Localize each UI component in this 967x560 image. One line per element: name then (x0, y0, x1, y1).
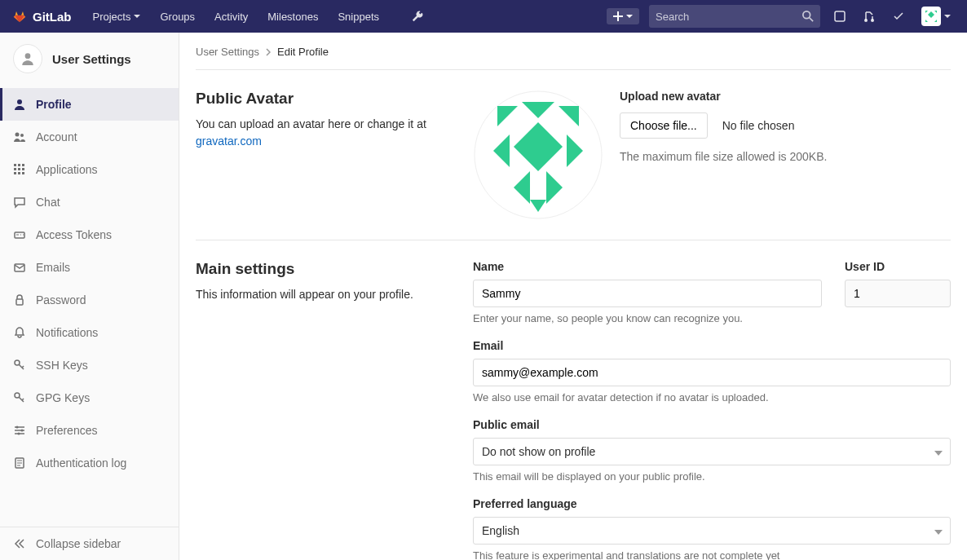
sidebar-header: User Settings (0, 33, 179, 85)
sidebar-title: User Settings (52, 52, 131, 66)
sidebar-item-label: Password (36, 293, 86, 306)
key-icon (13, 391, 26, 404)
breadcrumb: User Settings Edit Profile (196, 46, 951, 70)
avatar-actions: Upload new avatar Choose file... No file… (620, 90, 951, 163)
nav-admin[interactable] (404, 6, 431, 27)
main-settings-right: Name Enter your name, so people you know… (473, 260, 951, 560)
public-email-form-group: Public email Do not show on profile This… (473, 418, 951, 483)
sidebar-footer: Collapse sidebar (0, 527, 179, 560)
svg-rect-24 (16, 299, 23, 305)
userid-form-group: User ID (845, 260, 951, 324)
nav-projects[interactable]: Projects (85, 6, 149, 28)
sidebar-item-access-tokens[interactable]: Access Tokens (0, 218, 179, 251)
chevron-down-icon (944, 13, 951, 20)
sidebar-item-preferences[interactable]: Preferences (0, 414, 179, 447)
svg-point-9 (25, 53, 31, 59)
avatar-section: Public Avatar You can upload an avatar h… (196, 70, 951, 240)
lock-icon (13, 293, 26, 306)
svg-rect-16 (14, 168, 16, 170)
email-icon (13, 261, 26, 274)
public-email-select[interactable]: Do not show on profile (473, 438, 951, 465)
top-header: GitLab Projects Groups Activity Mileston… (0, 0, 967, 33)
main-settings-desc: This information will appear on your pro… (196, 286, 440, 303)
breadcrumb-root[interactable]: User Settings (196, 46, 259, 58)
svg-rect-20 (18, 172, 20, 174)
nav-milestones[interactable]: Milestones (259, 6, 326, 28)
email-label: Email (473, 339, 951, 352)
userid-input (845, 280, 951, 307)
main-settings-left: Main settings This information will appe… (196, 260, 440, 560)
brand-name: GitLab (33, 10, 72, 24)
sidebar-item-label: Chat (36, 196, 60, 209)
chat-icon (13, 196, 26, 209)
svg-rect-21 (22, 172, 24, 174)
sidebar-item-label: Applications (36, 163, 98, 176)
avatar-section-desc: You can upload an avatar here or change … (196, 116, 440, 150)
svg-marker-4 (928, 11, 934, 18)
name-input[interactable] (473, 280, 822, 307)
nav-groups[interactable]: Groups (152, 6, 203, 28)
public-email-hint: This email will be displayed on your pub… (473, 470, 951, 483)
name-label: Name (473, 260, 822, 273)
create-new-button[interactable] (607, 8, 639, 24)
issues-icon[interactable] (830, 7, 850, 26)
sidebar-item-chat[interactable]: Chat (0, 186, 179, 218)
search-wrap (649, 5, 820, 28)
sidebar-item-notifications[interactable]: Notifications (0, 316, 179, 349)
svg-point-0 (803, 11, 810, 19)
max-size-hint: The maximum file size allowed is 200KB. (620, 150, 951, 163)
sidebar-item-label: Access Tokens (36, 228, 112, 241)
sidebar-item-emails[interactable]: Emails (0, 251, 179, 284)
gitlab-logo-icon (13, 10, 26, 23)
lang-hint: This feature is experimental and transla… (473, 549, 951, 560)
sidebar-item-auth-log[interactable]: Authentication log (0, 447, 179, 479)
merge-requests-icon[interactable] (859, 7, 879, 26)
collapse-sidebar-button[interactable]: Collapse sidebar (0, 527, 179, 560)
key-icon (13, 359, 26, 372)
token-icon (13, 228, 26, 241)
sidebar-item-ssh-keys[interactable]: SSH Keys (0, 349, 179, 381)
name-hint: Enter your name, so people you know can … (473, 312, 822, 324)
sidebar-item-applications[interactable]: Applications (0, 153, 179, 186)
svg-rect-13 (14, 164, 16, 166)
sidebar-item-profile[interactable]: Profile (0, 88, 179, 121)
svg-point-28 (21, 430, 24, 432)
choose-file-button[interactable]: Choose file... (620, 112, 708, 139)
wrench-icon (412, 11, 423, 22)
logo-section[interactable]: GitLab (13, 10, 72, 24)
nav-activity[interactable]: Activity (206, 6, 256, 28)
avatar-section-title: Public Avatar (196, 90, 440, 108)
email-hint: We also use email for avatar detection i… (473, 391, 951, 403)
nav-links: Projects Groups Activity Milestones Snip… (85, 6, 432, 28)
lang-label: Preferred language (473, 497, 951, 510)
sidebar-item-label: Account (36, 130, 77, 143)
lang-select[interactable]: English (473, 517, 951, 545)
sidebar-nav: Profile Account Applications Chat Access… (0, 85, 179, 527)
apps-icon (13, 163, 26, 176)
gravatar-link[interactable]: gravatar.com (196, 134, 262, 148)
svg-rect-1 (835, 11, 845, 21)
prefs-icon (13, 424, 26, 437)
main-content: User Settings Edit Profile Public Avatar… (179, 33, 967, 560)
user-menu[interactable] (918, 3, 954, 29)
sidebar-avatar-icon (13, 44, 42, 73)
sidebar-item-password[interactable]: Password (0, 284, 179, 316)
svg-marker-7 (925, 20, 928, 22)
header-right (607, 3, 954, 29)
avatar-section-right: Upload new avatar Choose file... No file… (473, 90, 951, 220)
svg-rect-17 (18, 168, 20, 170)
email-input[interactable] (473, 359, 951, 386)
nav-snippets[interactable]: Snippets (329, 6, 387, 28)
sidebar-item-account[interactable]: Account (0, 121, 179, 153)
svg-rect-15 (22, 164, 24, 166)
lang-form-group: Preferred language English This feature … (473, 497, 951, 560)
sidebar-item-gpg-keys[interactable]: GPG Keys (0, 381, 179, 414)
search-input[interactable] (656, 11, 802, 23)
sidebar-item-label: SSH Keys (36, 359, 88, 372)
bell-icon (13, 326, 26, 339)
name-form-group: Name Enter your name, so people you know… (473, 260, 822, 324)
sidebar-item-label: Collapse sidebar (36, 537, 121, 550)
svg-point-29 (18, 433, 20, 435)
todos-icon[interactable] (889, 7, 908, 26)
svg-point-11 (15, 133, 20, 137)
